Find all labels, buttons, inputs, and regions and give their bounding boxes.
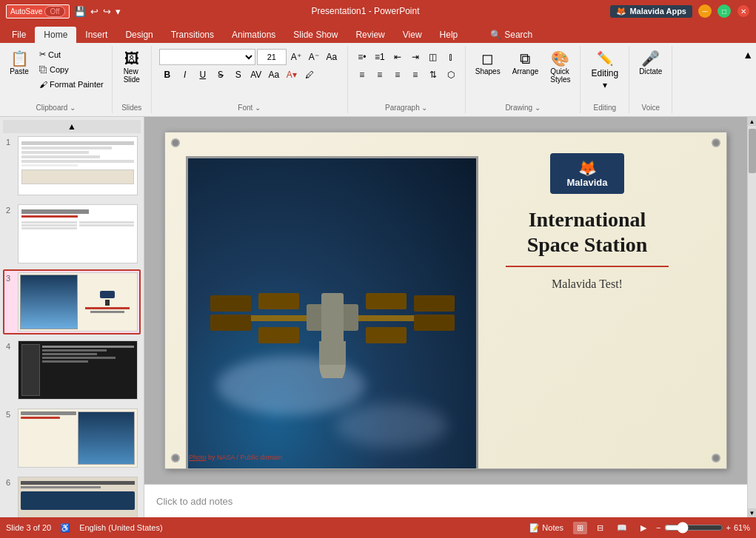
increase-indent-button[interactable]: ⇥: [407, 49, 424, 65]
font-size-input[interactable]: [257, 49, 287, 65]
align-right-button[interactable]: ≡: [389, 67, 406, 83]
font-family-select[interactable]: [159, 49, 255, 65]
customize-icon[interactable]: ▾: [116, 6, 121, 17]
slide-thumb-1[interactable]: 1: [3, 133, 141, 198]
slide-sorter-button[interactable]: ⊟: [593, 522, 607, 534]
slide-editing-area: 🦊 Malavida InternationalSpace Station Ma…: [144, 117, 747, 517]
paste-icon: 📋: [10, 51, 29, 66]
tab-animations[interactable]: Animations: [223, 27, 284, 43]
tab-help[interactable]: Help: [431, 27, 467, 43]
slide-num-6: 6: [6, 477, 15, 487]
autosave-badge[interactable]: AutoSave Off: [6, 4, 70, 19]
copy-button[interactable]: ⿻ Copy: [36, 63, 107, 76]
autosave-toggle[interactable]: Off: [44, 6, 64, 17]
tab-insert[interactable]: Insert: [76, 27, 116, 43]
slideshow-view-button[interactable]: ▶: [637, 522, 650, 534]
columns-button[interactable]: ⫿: [443, 49, 459, 65]
bold-button[interactable]: B: [159, 67, 175, 83]
tab-review[interactable]: Review: [347, 27, 393, 43]
decrease-indent-button[interactable]: ⇤: [389, 49, 406, 65]
align-left-button[interactable]: ≡: [354, 67, 370, 83]
slide-num-1: 1: [6, 136, 15, 147]
maximize-button[interactable]: □: [717, 4, 731, 18]
titlebar: AutoSave Off 💾 ↩ ↪ ▾ Presentation1 - Pow…: [0, 0, 756, 22]
ribbon-group-drawing: ◻ Shapes ⧉ Arrange 🎨 QuickStyles Drawing…: [466, 46, 581, 113]
slide-thumb-2[interactable]: 2: [3, 201, 141, 266]
redo-icon[interactable]: ↪: [103, 6, 111, 17]
tab-design[interactable]: Design: [116, 27, 161, 43]
bullets-button[interactable]: ≡•: [354, 49, 370, 65]
close-button[interactable]: ✕: [737, 4, 750, 18]
slide-canvas[interactable]: 🦊 Malavida InternationalSpace Station Ma…: [164, 132, 727, 469]
slide-thumb-4[interactable]: 4: [3, 337, 141, 403]
text-direction-button[interactable]: ⇅: [425, 67, 441, 83]
paste-button[interactable]: 📋 Paste: [4, 47, 34, 79]
editing-group-label: Editing: [594, 102, 617, 112]
justify-button[interactable]: ≡: [407, 67, 424, 83]
minimize-button[interactable]: ─: [698, 4, 712, 18]
photo-link[interactable]: Photo: [189, 454, 207, 461]
editing-mode-button[interactable]: ✏️ Editing ▾: [585, 47, 624, 93]
tab-slideshow[interactable]: Slide Show: [284, 27, 347, 43]
shapes-button[interactable]: ◻ Shapes: [470, 47, 506, 79]
tab-transitions[interactable]: Transitions: [162, 27, 223, 43]
normal-view-icon: ⊞: [577, 523, 583, 532]
slide-thumb-5[interactable]: 5: [3, 406, 141, 471]
strikethrough-button[interactable]: S̶: [213, 67, 229, 83]
iss-photo-frame[interactable]: [186, 156, 478, 469]
notes-area[interactable]: Click to add notes: [144, 484, 747, 517]
tab-view[interactable]: View: [394, 27, 431, 43]
highlight-color-button[interactable]: 🖊: [301, 67, 318, 83]
italic-button[interactable]: I: [177, 67, 193, 83]
arrange-button[interactable]: ⧉ Arrange: [507, 47, 544, 79]
font-color-button[interactable]: A▾: [284, 67, 300, 83]
save-icon[interactable]: 💾: [74, 6, 86, 17]
font-size-increase-button[interactable]: A⁺: [288, 49, 304, 65]
font-row2: B I U S̶ S AV Aa A▾ 🖊: [159, 67, 340, 83]
titlebar-left: AutoSave Off 💾 ↩ ↪ ▾: [6, 4, 121, 19]
font-size-decrease-button[interactable]: A⁻: [306, 49, 322, 65]
arrange-label: Arrange: [512, 67, 539, 75]
zoom-in-button[interactable]: +: [726, 523, 731, 532]
char-spacing-button[interactable]: AV: [248, 67, 264, 83]
clear-format-button[interactable]: Aa: [324, 49, 340, 65]
reading-view-button[interactable]: 📖: [613, 522, 631, 534]
font-area: A⁺ A⁻ Aa B I U S̶ S AV Aa A▾ 🖊: [156, 47, 343, 84]
align-center-button[interactable]: ≡: [372, 67, 388, 83]
cut-button[interactable]: ✂ Cut: [36, 47, 107, 61]
tab-search[interactable]: 🔍 Search: [481, 27, 541, 43]
right-scrollbar[interactable]: ▲ ▼: [747, 117, 756, 517]
notes-button[interactable]: 📝 Notes: [526, 522, 567, 534]
underline-button[interactable]: U: [195, 67, 211, 83]
zoom-out-button[interactable]: −: [656, 523, 660, 532]
ribbon-collapse-button[interactable]: ▲: [743, 49, 753, 61]
paste-label: Paste: [10, 67, 29, 75]
scroll-up-arrow[interactable]: ▲: [748, 117, 757, 126]
slide-thumb-3[interactable]: 3 ISS: [3, 269, 141, 334]
slide-subtitle[interactable]: Malavida Test!: [552, 278, 623, 291]
search-label: Search: [504, 30, 532, 40]
scroll-thumb[interactable]: [749, 129, 756, 173]
shadow-button[interactable]: S: [230, 67, 247, 83]
quick-styles-button[interactable]: 🎨 QuickStyles: [545, 47, 575, 87]
dictate-button[interactable]: 🎤 Dictate: [634, 47, 667, 79]
ribbon-group-font: A⁺ A⁻ Aa B I U S̶ S AV Aa A▾ 🖊 Font ⌄: [152, 46, 348, 113]
undo-icon[interactable]: ↩: [90, 6, 98, 17]
tab-home[interactable]: Home: [35, 27, 76, 43]
tab-file[interactable]: File: [3, 27, 35, 43]
normal-view-button[interactable]: ⊞: [573, 522, 587, 534]
ribbon-group-slides: 🖼 NewSlide Slides: [113, 46, 152, 113]
font-label: Font ⌄: [238, 102, 261, 112]
format-painter-button[interactable]: 🖌 Format Painter: [36, 78, 107, 91]
change-case-button[interactable]: Aa: [266, 67, 282, 83]
convert-to-smartart-button[interactable]: ⬡: [443, 67, 459, 83]
panel-scroll-up[interactable]: ▲: [3, 120, 141, 133]
new-slide-button[interactable]: 🖼 NewSlide: [117, 47, 147, 87]
slide-title[interactable]: InternationalSpace Station: [527, 207, 648, 257]
numbering-button[interactable]: ≡1: [372, 49, 388, 65]
scroll-down-arrow[interactable]: ▼: [748, 508, 757, 517]
smartart-button[interactable]: ◫: [425, 49, 441, 65]
cut-icon: ✂: [39, 50, 46, 59]
zoom-slider[interactable]: [664, 522, 723, 534]
slide-thumb-6[interactable]: 6: [3, 474, 141, 517]
